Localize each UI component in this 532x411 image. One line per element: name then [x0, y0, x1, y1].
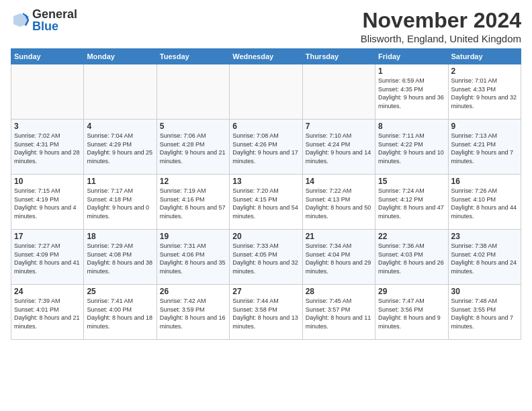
col-tuesday: Tuesday: [157, 49, 229, 64]
cell-1-4: 7Sunrise: 7:10 AM Sunset: 4:24 PM Daylig…: [302, 120, 375, 175]
cell-0-6: 2Sunrise: 7:01 AM Sunset: 4:33 PM Daylig…: [448, 64, 521, 120]
day-info: Sunrise: 7:47 AM Sunset: 3:56 PM Dayligh…: [378, 297, 445, 330]
cell-1-5: 8Sunrise: 7:11 AM Sunset: 4:22 PM Daylig…: [375, 120, 448, 175]
day-info: Sunrise: 7:20 AM Sunset: 4:15 PM Dayligh…: [232, 187, 299, 220]
month-title: November 2024: [361, 8, 521, 33]
cell-1-1: 4Sunrise: 7:04 AM Sunset: 4:29 PM Daylig…: [84, 120, 157, 175]
cell-3-5: 22Sunrise: 7:36 AM Sunset: 4:03 PM Dayli…: [375, 230, 448, 285]
cell-0-2: [157, 64, 229, 120]
cell-4-4: 28Sunrise: 7:45 AM Sunset: 3:57 PM Dayli…: [302, 285, 375, 340]
day-number: 10: [14, 177, 81, 186]
cell-4-3: 27Sunrise: 7:44 AM Sunset: 3:58 PM Dayli…: [230, 285, 302, 340]
cell-4-5: 29Sunrise: 7:47 AM Sunset: 3:56 PM Dayli…: [375, 285, 448, 340]
day-info: Sunrise: 7:08 AM Sunset: 4:26 PM Dayligh…: [232, 132, 299, 165]
week-row-4: 17Sunrise: 7:27 AM Sunset: 4:09 PM Dayli…: [11, 230, 521, 285]
cell-4-2: 26Sunrise: 7:42 AM Sunset: 3:59 PM Dayli…: [157, 285, 229, 340]
day-number: 5: [160, 122, 226, 131]
day-info: Sunrise: 7:31 AM Sunset: 4:06 PM Dayligh…: [160, 242, 226, 275]
logo-general: General: [32, 8, 77, 20]
day-number: 4: [87, 122, 153, 131]
day-number: 18: [87, 232, 153, 241]
cell-2-4: 14Sunrise: 7:22 AM Sunset: 4:13 PM Dayli…: [302, 175, 375, 230]
cell-3-3: 20Sunrise: 7:33 AM Sunset: 4:05 PM Dayli…: [230, 230, 302, 285]
day-info: Sunrise: 7:48 AM Sunset: 3:55 PM Dayligh…: [451, 297, 518, 330]
cell-3-1: 18Sunrise: 7:29 AM Sunset: 4:08 PM Dayli…: [84, 230, 157, 285]
day-info: Sunrise: 7:10 AM Sunset: 4:24 PM Dayligh…: [306, 132, 372, 165]
cell-2-0: 10Sunrise: 7:15 AM Sunset: 4:19 PM Dayli…: [11, 175, 84, 230]
day-number: 16: [451, 177, 518, 186]
logo-icon: [11, 11, 30, 30]
cell-2-1: 11Sunrise: 7:17 AM Sunset: 4:18 PM Dayli…: [84, 175, 157, 230]
week-row-5: 24Sunrise: 7:39 AM Sunset: 4:01 PM Dayli…: [11, 285, 521, 340]
day-number: 15: [378, 177, 445, 186]
day-info: Sunrise: 7:11 AM Sunset: 4:22 PM Dayligh…: [378, 132, 445, 165]
day-info: Sunrise: 7:04 AM Sunset: 4:29 PM Dayligh…: [87, 132, 153, 165]
col-saturday: Saturday: [448, 49, 521, 64]
day-number: 13: [232, 177, 299, 186]
cell-0-4: [302, 64, 375, 120]
cell-3-6: 23Sunrise: 7:38 AM Sunset: 4:02 PM Dayli…: [448, 230, 521, 285]
day-info: Sunrise: 7:13 AM Sunset: 4:21 PM Dayligh…: [451, 132, 518, 165]
cell-4-1: 25Sunrise: 7:41 AM Sunset: 4:00 PM Dayli…: [84, 285, 157, 340]
day-info: Sunrise: 7:06 AM Sunset: 4:28 PM Dayligh…: [160, 132, 226, 165]
cell-2-2: 12Sunrise: 7:19 AM Sunset: 4:16 PM Dayli…: [157, 175, 229, 230]
header: General Blue November 2024 Blisworth, En…: [11, 8, 521, 44]
day-info: Sunrise: 7:42 AM Sunset: 3:59 PM Dayligh…: [160, 297, 226, 330]
day-info: Sunrise: 7:33 AM Sunset: 4:05 PM Dayligh…: [232, 242, 299, 275]
day-number: 3: [14, 122, 81, 131]
day-number: 23: [451, 232, 518, 241]
cell-0-1: [84, 64, 157, 120]
day-number: 20: [232, 232, 299, 241]
header-row: Sunday Monday Tuesday Wednesday Thursday…: [11, 49, 521, 64]
day-number: 25: [87, 287, 153, 296]
day-info: Sunrise: 7:39 AM Sunset: 4:01 PM Dayligh…: [14, 297, 81, 330]
logo-blue: Blue: [32, 20, 77, 32]
cell-4-6: 30Sunrise: 7:48 AM Sunset: 3:55 PM Dayli…: [448, 285, 521, 340]
day-info: Sunrise: 7:44 AM Sunset: 3:58 PM Dayligh…: [232, 297, 299, 330]
cell-0-0: [11, 64, 84, 120]
logo: General Blue: [11, 8, 77, 32]
title-section: November 2024 Blisworth, England, United…: [361, 8, 521, 44]
day-info: Sunrise: 7:15 AM Sunset: 4:19 PM Dayligh…: [14, 187, 81, 220]
day-info: Sunrise: 7:36 AM Sunset: 4:03 PM Dayligh…: [378, 242, 445, 275]
day-info: Sunrise: 7:29 AM Sunset: 4:08 PM Dayligh…: [87, 242, 153, 275]
logo-text: General Blue: [32, 8, 77, 32]
day-number: 11: [87, 177, 153, 186]
col-friday: Friday: [375, 49, 448, 64]
day-info: Sunrise: 7:27 AM Sunset: 4:09 PM Dayligh…: [14, 242, 81, 275]
day-number: 6: [232, 122, 299, 131]
day-info: Sunrise: 7:41 AM Sunset: 4:00 PM Dayligh…: [87, 297, 153, 330]
day-info: Sunrise: 7:17 AM Sunset: 4:18 PM Dayligh…: [87, 187, 153, 220]
cell-1-0: 3Sunrise: 7:02 AM Sunset: 4:31 PM Daylig…: [11, 120, 84, 175]
col-monday: Monday: [84, 49, 157, 64]
cell-3-2: 19Sunrise: 7:31 AM Sunset: 4:06 PM Dayli…: [157, 230, 229, 285]
cell-0-3: [230, 64, 302, 120]
calendar: Sunday Monday Tuesday Wednesday Thursday…: [11, 48, 521, 340]
day-info: Sunrise: 7:34 AM Sunset: 4:04 PM Dayligh…: [306, 242, 372, 275]
week-row-3: 10Sunrise: 7:15 AM Sunset: 4:19 PM Dayli…: [11, 175, 521, 230]
cell-1-3: 6Sunrise: 7:08 AM Sunset: 4:26 PM Daylig…: [230, 120, 302, 175]
day-info: Sunrise: 7:02 AM Sunset: 4:31 PM Dayligh…: [14, 132, 81, 165]
day-number: 29: [378, 287, 445, 296]
day-info: Sunrise: 7:45 AM Sunset: 3:57 PM Dayligh…: [306, 297, 372, 330]
cell-3-4: 21Sunrise: 7:34 AM Sunset: 4:04 PM Dayli…: [302, 230, 375, 285]
cell-1-6: 9Sunrise: 7:13 AM Sunset: 4:21 PM Daylig…: [448, 120, 521, 175]
day-number: 30: [451, 287, 518, 296]
day-number: 1: [378, 66, 445, 76]
day-number: 14: [306, 177, 372, 186]
day-number: 28: [306, 287, 372, 296]
week-row-1: 1Sunrise: 6:59 AM Sunset: 4:35 PM Daylig…: [11, 64, 521, 120]
cell-0-5: 1Sunrise: 6:59 AM Sunset: 4:35 PM Daylig…: [375, 64, 448, 120]
day-number: 8: [378, 122, 445, 131]
col-wednesday: Wednesday: [230, 49, 302, 64]
day-info: Sunrise: 7:26 AM Sunset: 4:10 PM Dayligh…: [451, 187, 518, 220]
day-number: 22: [378, 232, 445, 241]
cell-3-0: 17Sunrise: 7:27 AM Sunset: 4:09 PM Dayli…: [11, 230, 84, 285]
cell-2-5: 15Sunrise: 7:24 AM Sunset: 4:12 PM Dayli…: [375, 175, 448, 230]
day-number: 24: [14, 287, 81, 296]
day-info: Sunrise: 7:24 AM Sunset: 4:12 PM Dayligh…: [378, 187, 445, 220]
day-number: 2: [451, 66, 518, 76]
day-number: 26: [160, 287, 226, 296]
col-thursday: Thursday: [302, 49, 375, 64]
day-number: 7: [306, 122, 372, 131]
